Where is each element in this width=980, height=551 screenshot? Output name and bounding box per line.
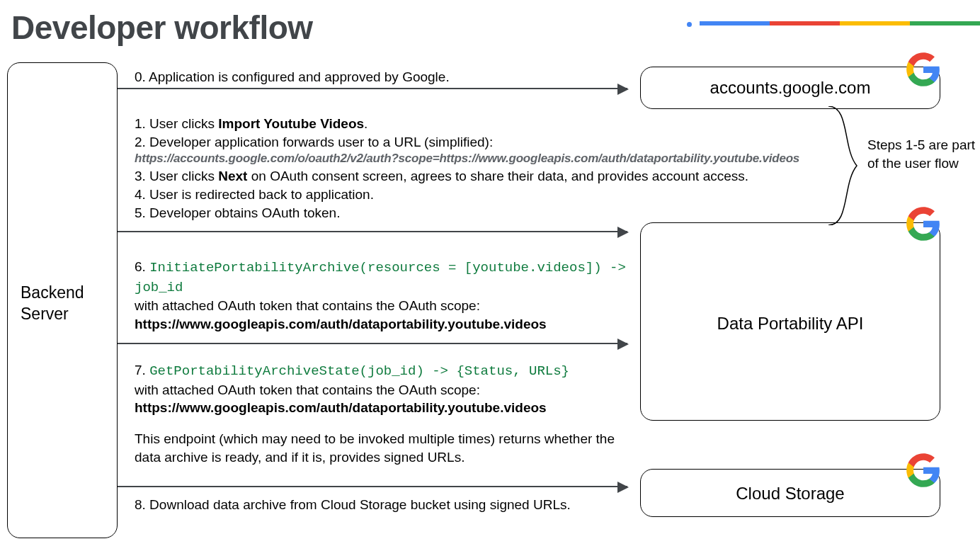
bar-green: [910, 21, 980, 25]
steps-1-5: 1. User clicks Import Youtube Videos. 2.…: [135, 115, 821, 222]
step-8: 8. Download data archive from Cloud Stor…: [135, 496, 571, 514]
step-7: 7. GetPortabilityArchiveState(job_id) ->…: [135, 361, 630, 466]
step-7-url: https://www.googleapis.com/auth/dataport…: [135, 399, 630, 417]
node-accounts-google: accounts.google.com: [640, 67, 940, 109]
bar-yellow: [840, 21, 910, 25]
page-title: Developer workflow: [11, 8, 313, 47]
bar-blue: [700, 21, 770, 25]
bar-red: [770, 21, 840, 25]
node-cloud-storage: Cloud Storage: [640, 469, 940, 517]
google-logo-icon: [905, 205, 942, 242]
node-data-portability-api: Data Portability API: [640, 222, 940, 421]
step-6: 6. InitiatePortabilityArchive(resources …: [135, 258, 630, 334]
step-7-line1: 7. GetPortabilityArchiveState(job_id) ->…: [135, 361, 630, 381]
step-0: 0. Application is configured and approve…: [135, 68, 450, 86]
user-flow-brace-label: Steps 1-5 are part of the user flow: [867, 136, 977, 172]
step-6-url: https://www.googleapis.com/auth/dataport…: [135, 315, 630, 334]
node-backend-server: Backend Server: [7, 62, 118, 538]
node-backend-label: Backend Server: [8, 283, 106, 325]
arrow-step6: [118, 343, 627, 344]
step-6-line1: 6. InitiatePortabilityArchive(resources …: [135, 258, 630, 297]
google-logo-icon: [905, 452, 942, 489]
node-dpa-label: Data Portability API: [641, 314, 940, 334]
brand-color-bar: [687, 21, 980, 27]
step-2-url: https://accounts.google.com/o/oauth2/v2/…: [135, 151, 821, 167]
step-1: 1. User clicks Import Youtube Videos.: [135, 115, 821, 133]
step-0-text: 0. Application is configured and approve…: [135, 69, 450, 84]
step-7-note: This endpoint (which may need to be invo…: [135, 430, 630, 466]
node-cloud-label: Cloud Storage: [641, 484, 940, 504]
step-2: 2. Developer application forwards user t…: [135, 133, 821, 152]
google-logo-icon: [905, 51, 942, 88]
node-accounts-label: accounts.google.com: [641, 78, 940, 98]
arrow-steps15: [118, 231, 627, 232]
arrow-step0: [118, 88, 627, 89]
brand-dot: [687, 22, 692, 27]
step-3: 3. User clicks Next on OAuth consent scr…: [135, 167, 821, 186]
step-7-desc: with attached OAuth token that contains …: [135, 381, 630, 399]
brand-bar-segments: [700, 21, 980, 25]
step-4: 4. User is redirected back to applicatio…: [135, 186, 821, 204]
step-5: 5. Developer obtains OAuth token.: [135, 204, 821, 222]
step-6-desc: with attached OAuth token that contains …: [135, 297, 630, 315]
arrow-step8: [118, 486, 627, 487]
